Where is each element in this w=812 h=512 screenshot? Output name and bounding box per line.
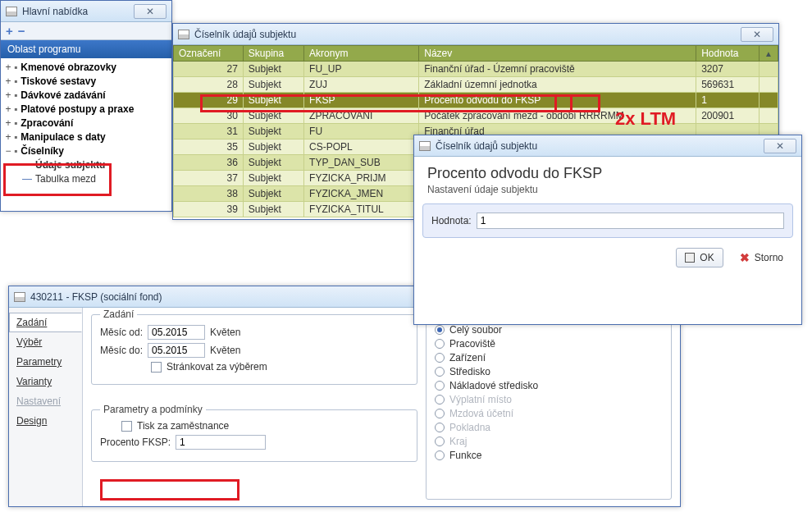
strankovat-label: Stránkovat za výběrem xyxy=(167,361,267,373)
tisk-checkbox[interactable] xyxy=(121,421,132,432)
zadani-fieldset: Zadání Měsíc od: Květen Měsíc do: Květen xyxy=(91,314,417,385)
edit-header: Procento odvodu do FKSP Nastavení údaje … xyxy=(414,157,801,199)
table-row[interactable]: 28SubjektZUJZákladní územní jednotka5696… xyxy=(174,77,778,93)
close-icon[interactable]: ✕ xyxy=(741,27,773,42)
vyber-option[interactable]: Celý soubor xyxy=(435,324,663,336)
expand-icon[interactable]: + xyxy=(4,131,12,143)
mesic-do-name: Květen xyxy=(210,345,240,356)
hodnota-label: Hodnota: xyxy=(431,215,472,226)
main-menu-window: Hlavní nabídka ✕ + − Oblast programu +▪K… xyxy=(0,0,172,212)
menu-tree: +▪Kmenové obrazovky+▪Tiskové sestavy+▪Dá… xyxy=(1,58,171,187)
radio-icon xyxy=(435,437,445,446)
expand-icon[interactable]: + xyxy=(4,62,12,73)
column-header[interactable]: Skupina xyxy=(243,46,303,62)
table-row[interactable]: 30SubjektZPRACOVANIPočátek zpracování me… xyxy=(174,108,778,124)
mesic-od-label: Měsíc od: xyxy=(100,327,143,338)
column-header[interactable]: Akronym xyxy=(304,46,419,62)
mesic-do-input[interactable] xyxy=(148,343,205,358)
vyber-option: Kraj xyxy=(435,436,663,447)
vyber-option[interactable]: Středisko xyxy=(435,366,663,377)
tab-design[interactable]: Design xyxy=(9,411,82,431)
window-title: Hlavní nabídka xyxy=(22,6,88,17)
vyber-option: Výplatní místo xyxy=(435,394,663,405)
close-icon[interactable]: ✕ xyxy=(764,139,796,153)
collapse-all-icon[interactable]: − xyxy=(18,24,25,38)
vyber-option[interactable]: Zařízení xyxy=(435,352,663,363)
table-row[interactable]: 27SubjektFU_UPFinanční úřad - Územní pra… xyxy=(174,62,778,77)
tree-item[interactable]: +▪Platové postupy a praxe xyxy=(1,102,171,116)
window-icon xyxy=(178,30,189,39)
vyber-option: Pokladna xyxy=(435,422,663,433)
tab-vyber[interactable]: Výběr xyxy=(9,332,82,352)
expand-icon[interactable]: − xyxy=(4,145,12,157)
tab-parametry[interactable]: Parametry xyxy=(9,352,82,372)
tree-item[interactable]: +▪Kmenové obrazovky xyxy=(1,60,171,74)
mesic-do-label: Měsíc do: xyxy=(100,345,143,356)
column-header[interactable]: Označení xyxy=(174,46,244,62)
hodnota-input[interactable] xyxy=(477,213,784,229)
radio-icon xyxy=(435,423,445,432)
vyber-option[interactable]: Pracoviště xyxy=(435,338,663,350)
radio-icon[interactable] xyxy=(435,353,445,363)
window-title: Číselník údajů subjektu xyxy=(194,29,296,40)
strankovat-checkbox[interactable] xyxy=(151,362,162,373)
procento-input[interactable] xyxy=(176,435,266,450)
expand-icon[interactable]: + xyxy=(4,75,12,87)
tab-zadani[interactable]: Zadání xyxy=(9,313,82,332)
vyber-fieldset: Výběr Celý souborPracovištěZařízeníStřed… xyxy=(426,314,672,500)
tab-nastaveni[interactable]: Nastavení xyxy=(9,391,82,411)
expand-all-icon[interactable]: + xyxy=(6,24,13,38)
radio-icon[interactable] xyxy=(435,325,445,335)
radio-icon xyxy=(435,409,445,418)
column-header[interactable]: Název xyxy=(419,46,696,62)
titlebar[interactable]: Hlavní nabídka ✕ xyxy=(1,1,171,22)
window-icon xyxy=(6,7,17,16)
window-icon xyxy=(14,292,25,302)
radio-icon[interactable] xyxy=(435,381,445,391)
mesic-od-input[interactable] xyxy=(148,325,205,340)
edit-heading: Procento odvodu do FKSP xyxy=(427,165,788,182)
tree-subitem[interactable]: —Údaje subjektu xyxy=(1,158,171,171)
tree-item[interactable]: +▪Dávkové zadávání xyxy=(1,88,171,102)
expand-icon[interactable]: + xyxy=(4,117,12,129)
radio-icon[interactable] xyxy=(435,339,445,349)
save-icon xyxy=(685,253,695,263)
tisk-label: Tisk za zaměstnance xyxy=(137,420,229,432)
mesic-od-name: Květen xyxy=(210,327,240,338)
radio-icon xyxy=(435,395,445,405)
window-icon xyxy=(419,141,431,151)
scroll-up-icon[interactable]: ▲ xyxy=(760,46,778,62)
window-title: 430211 - FKSP (sociální fond) xyxy=(30,291,162,303)
cancel-icon: ✖ xyxy=(740,251,750,264)
report-tabs: Zadání Výběr Parametry Varianty Nastaven… xyxy=(9,308,83,506)
annotation-label: 2x LTM xyxy=(615,108,676,130)
tree-item[interactable]: +▪Zpracování xyxy=(1,116,171,130)
section-header: Oblast programu xyxy=(1,40,171,58)
column-header[interactable]: Hodnota xyxy=(696,46,760,62)
table-row[interactable]: 29SubjektFKSPProcento odvodu do FKSP1 xyxy=(174,93,778,108)
radio-icon[interactable] xyxy=(435,367,445,377)
vyber-option[interactable]: Funkce xyxy=(435,450,663,461)
ok-button[interactable]: OK xyxy=(676,248,723,267)
titlebar[interactable]: Číselník údajů subjektu ✕ xyxy=(173,24,778,45)
expand-icon[interactable]: + xyxy=(4,89,12,101)
procento-label: Procento FKSP: xyxy=(100,437,171,448)
tab-varianty[interactable]: Varianty xyxy=(9,372,82,391)
tree-item[interactable]: −▪Číselníky xyxy=(1,144,171,158)
storno-button[interactable]: ✖ Storno xyxy=(732,248,791,267)
tree-item[interactable]: +▪Tiskové sestavy xyxy=(1,74,171,88)
vyber-option[interactable]: Nákladové středisko xyxy=(435,380,663,391)
expand-icon[interactable]: + xyxy=(4,103,12,115)
titlebar[interactable]: Číselník údajů subjektu ✕ xyxy=(414,135,801,157)
vyber-option: Mzdová účetní xyxy=(435,408,663,419)
parametry-fieldset: Parametry a podmínky Tisk za zaměstnance… xyxy=(91,409,417,462)
edit-dialog: Číselník údajů subjektu ✕ Procento odvod… xyxy=(413,135,802,325)
radio-icon[interactable] xyxy=(435,450,445,460)
tree-item[interactable]: +▪Manipulace s daty xyxy=(1,130,171,144)
window-title: Číselník údajů subjektu xyxy=(436,140,537,152)
tree-subitem[interactable]: —Tabulka mezd xyxy=(1,171,171,185)
edit-subheading: Nastavení údaje subjektu xyxy=(427,184,788,195)
tree-toolbar: + − xyxy=(1,22,171,40)
close-icon[interactable]: ✕ xyxy=(134,4,167,19)
